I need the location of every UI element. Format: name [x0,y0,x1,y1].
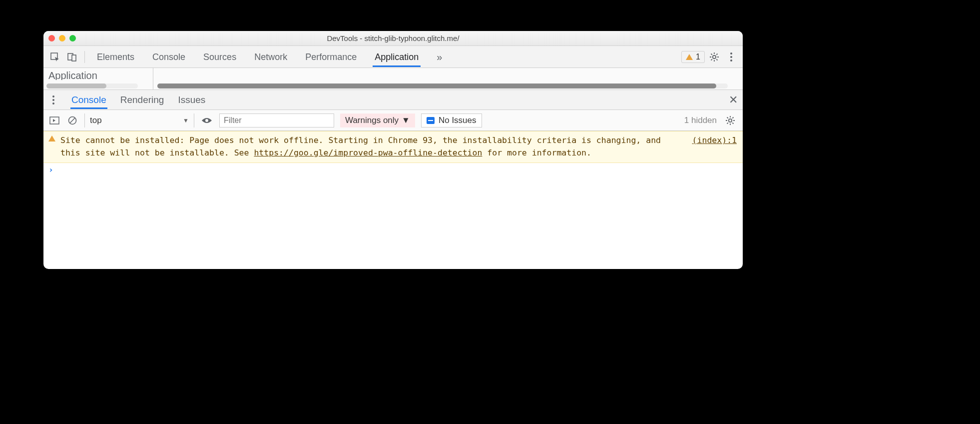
live-expression-eye-icon[interactable] [200,113,213,128]
svg-point-12 [730,52,732,54]
drawer-kebab-icon[interactable] [48,92,58,108]
window-title: DevTools - stitch-glib-typhoon.glitch.me… [43,34,743,42]
close-drawer-icon[interactable]: ✕ [729,94,738,106]
dropdown-caret-icon: ▼ [183,117,189,124]
toggle-sidebar-icon[interactable] [48,113,60,128]
prompt-chevron-icon: › [48,165,53,174]
sidebar-heading-cut: Application [48,70,148,80]
svg-point-16 [52,99,54,101]
issues-counter-badge[interactable]: 1 [681,51,705,63]
svg-line-27 [727,117,728,118]
application-content [153,68,743,90]
hidden-messages-text[interactable]: 1 hidden [684,116,717,126]
sidebar-scrollbar[interactable] [46,84,138,88]
titlebar: DevTools - stitch-glib-typhoon.glitch.me… [43,31,743,46]
console-settings-gear-icon[interactable] [723,113,738,128]
content-scrollbar-thumb[interactable] [157,84,716,88]
warning-triangle-icon [686,54,693,60]
console-toolbar: top ▼ Warnings only ▼ No Issues 1 hidden [43,110,743,131]
zoom-window-button[interactable] [69,35,76,42]
svg-point-14 [730,60,732,62]
drawer-tab-issues[interactable]: Issues [177,90,206,109]
execution-context-selector[interactable]: top ▼ [84,114,194,128]
dropdown-caret-icon: ▼ [402,116,410,126]
settings-gear-icon[interactable] [707,50,722,64]
clear-console-icon[interactable] [66,113,78,128]
drawer-tab-rendering[interactable]: Rendering [119,90,165,109]
svg-line-20 [70,118,75,122]
svg-point-3 [713,55,716,58]
console-output: Site cannot be installed: Page does not … [43,131,743,269]
application-sidebar[interactable]: Application [43,68,153,90]
context-value: top [90,116,102,126]
tab-performance[interactable]: Performance [303,47,359,67]
warning-triangle-icon [48,136,55,142]
filter-input[interactable] [219,114,334,128]
svg-point-22 [729,118,732,122]
tabs-overflow-button[interactable]: » [435,46,444,68]
svg-line-30 [732,117,733,118]
tab-console[interactable]: Console [150,47,187,67]
log-level-label: Warnings only [345,116,399,126]
drawer-tab-strip: Console Rendering Issues ✕ [43,90,743,110]
warning-link[interactable]: https://goo.gle/improved-pwa-offline-det… [254,148,482,158]
svg-line-8 [711,54,712,54]
tab-network[interactable]: Network [252,47,289,67]
svg-line-28 [732,122,733,124]
svg-point-21 [205,119,208,122]
log-level-selector[interactable]: Warnings only ▼ [340,114,415,128]
sidebar-scrollbar-thumb[interactable] [46,84,106,88]
svg-line-29 [727,122,728,124]
divider [84,51,85,63]
main-tabs: Elements Console Sources Network Perform… [95,46,444,68]
svg-line-11 [716,54,717,54]
window-controls [48,35,76,42]
console-prompt[interactable]: › [43,163,743,176]
console-warning-row[interactable]: Site cannot be installed: Page does not … [43,131,743,163]
svg-point-13 [730,56,732,58]
warning-text-post: for more information. [482,148,591,158]
issues-button[interactable]: No Issues [421,114,482,128]
inspect-element-icon[interactable] [47,50,62,64]
svg-rect-2 [72,55,76,61]
tab-elements[interactable]: Elements [95,47,136,67]
drawer-tab-console[interactable]: Console [70,90,107,109]
close-window-button[interactable] [48,35,55,42]
devtools-window: DevTools - stitch-glib-typhoon.glitch.me… [43,31,743,269]
kebab-menu-icon[interactable] [724,50,739,64]
issues-button-label: No Issues [439,116,477,126]
content-scrollbar[interactable] [157,84,728,88]
device-toolbar-icon[interactable] [64,50,79,64]
minimize-window-button[interactable] [59,35,65,42]
svg-line-9 [716,59,717,60]
issues-chat-icon [427,117,435,124]
svg-line-10 [711,59,712,60]
application-panel-sliver: Application [43,68,743,90]
svg-point-17 [52,102,54,104]
warning-source-link[interactable]: (index):1 [692,134,737,160]
warning-message: Site cannot be installed: Page does not … [60,134,692,160]
main-tab-strip: Elements Console Sources Network Perform… [43,46,743,68]
tab-application[interactable]: Application [373,47,421,67]
tab-sources[interactable]: Sources [201,47,238,67]
svg-point-15 [52,96,54,98]
issues-count: 1 [696,52,700,62]
